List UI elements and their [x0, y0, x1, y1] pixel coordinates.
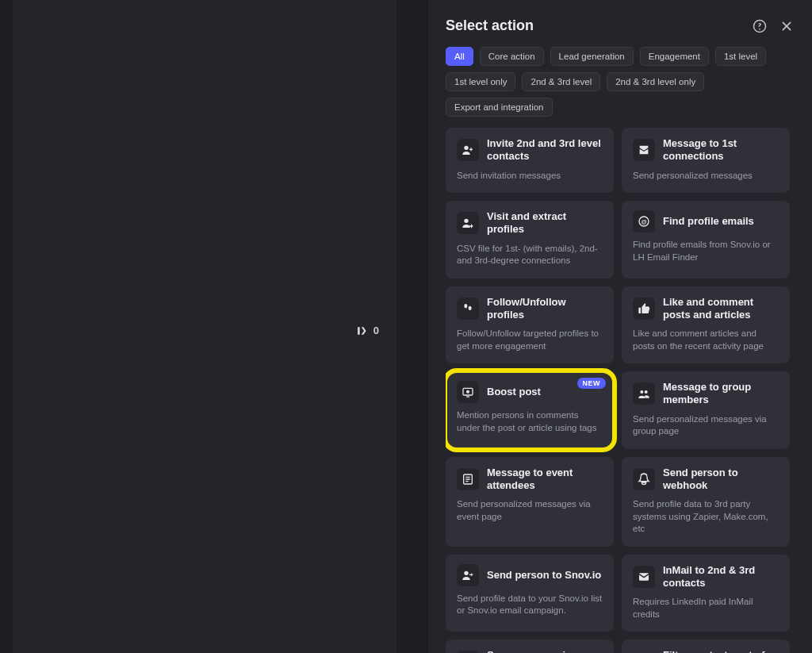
action-desc: Like and comment articles and posts on t… — [633, 328, 779, 352]
action-card[interactable]: @Find profile emailsFind profile emails … — [622, 201, 790, 278]
action-icon — [633, 566, 655, 588]
action-desc: Send profile data to your Snov.io list o… — [457, 593, 603, 617]
filter-chips: AllCore actionLead generationEngagement1… — [446, 47, 795, 117]
action-title: Boost post — [487, 386, 541, 398]
action-icon — [457, 298, 479, 320]
action-title: Invite 2nd and 3rd level contacts — [487, 137, 603, 163]
action-desc: Send personalized messages via event pag… — [457, 498, 603, 523]
action2-card[interactable]: Queue 0 Delay between actions ✔0 0 — [77, 305, 320, 407]
stat-skipped: 0 — [12, 0, 396, 653]
action-title: Follow/Unfollow profiles — [487, 296, 603, 322]
action-desc: Requires LinkedIn paid InMail credits — [633, 596, 779, 620]
filter-chip[interactable]: 2nd & 3rd level only — [607, 72, 704, 91]
action-title: Visit and extract profiles — [487, 210, 603, 236]
action-card[interactable]: Send person to webhookSend profile data … — [622, 457, 790, 547]
action-icon — [633, 468, 655, 490]
action-card[interactable]: Filter contacts out of my network (keep … — [622, 640, 790, 653]
svg-point-9 — [645, 390, 648, 394]
action-desc: Send personalized messages via group pag… — [633, 413, 779, 438]
close-icon[interactable] — [779, 18, 795, 34]
action-icon — [633, 382, 655, 405]
filter-chip[interactable]: Engagement — [640, 47, 709, 66]
action-card[interactable]: Invite 2nd and 3rd level contactsSend in… — [446, 128, 614, 193]
panel-title: Select action — [446, 17, 534, 34]
action-card[interactable]: Follow/Unfollow profilesFollow/Unfollow … — [446, 286, 614, 364]
action-card[interactable]: Message to event attendeesSend personali… — [446, 457, 614, 547]
action-title: Send person to Snov.io — [487, 569, 601, 582]
action-card[interactable]: NEWBoost postMention persons in comments… — [446, 371, 614, 449]
action-desc: Follow/Unfollow targeted profiles to get… — [457, 328, 603, 352]
action-card[interactable]: Message to 1st connectionsSend personali… — [622, 128, 790, 193]
actions-grid: Invite 2nd and 3rd level contactsSend in… — [446, 128, 790, 653]
action-title: Message to group members — [663, 381, 779, 407]
action-title: Scrape messaging history — [487, 649, 603, 653]
action-title: Like and comment posts and articles — [663, 296, 779, 322]
action-desc: Send invitation messages — [457, 170, 603, 182]
action-icon — [457, 564, 479, 586]
action-desc: CSV file for 1st- (with emails), 2nd- an… — [457, 243, 603, 267]
action-title: Filter contacts out of my network (keep … — [663, 649, 779, 653]
svg-point-2 — [464, 146, 468, 150]
action-icon — [457, 381, 479, 403]
action-card[interactable]: Visit and extract profilesCSV file for 1… — [446, 201, 614, 278]
action-desc: Mention persons in comments under the po… — [457, 409, 603, 434]
filter-chip[interactable]: Export and integration — [446, 98, 553, 117]
action-title: Send person to webhook — [663, 467, 779, 493]
action-icon: @ — [633, 210, 655, 232]
action-icon — [633, 139, 655, 161]
action-title: InMail to 2nd & 3rd contacts — [663, 564, 779, 590]
svg-point-3 — [464, 219, 468, 223]
action-icon — [457, 212, 479, 234]
filter-chip[interactable]: Core action — [480, 47, 544, 66]
help-icon[interactable] — [752, 18, 768, 34]
action-desc: Find profile emails from Snov.io or LH E… — [633, 239, 779, 263]
action-desc: Send profile data to 3rd party systems u… — [633, 498, 779, 536]
action-icon — [457, 139, 479, 161]
filter-chip[interactable]: 1st level — [715, 47, 766, 66]
action-card[interactable]: InMail to 2nd & 3rd contactsRequires Lin… — [622, 555, 790, 632]
action-desc: Send personalized messages — [633, 170, 779, 182]
filter-chip[interactable]: 1st level only — [446, 72, 515, 91]
filter-chip[interactable]: All — [446, 47, 473, 66]
skip-icon — [356, 325, 369, 336]
action-icon — [633, 298, 655, 320]
action-card[interactable]: Send person to Snov.ioSend profile data … — [446, 555, 614, 632]
action-card[interactable]: Like and comment posts and articlesLike … — [622, 286, 790, 364]
select-action-panel: Select action AllCore actionLead generat… — [427, 0, 812, 653]
svg-text:@: @ — [641, 218, 646, 225]
action-card[interactable]: Message to group membersSend personalize… — [622, 371, 790, 449]
svg-point-11 — [464, 570, 468, 574]
svg-point-8 — [640, 390, 643, 394]
action-title: Message to 1st connections — [663, 137, 779, 163]
new-badge: NEW — [577, 378, 607, 389]
action-title: Find profile emails — [663, 215, 754, 228]
action-card[interactable]: Scrape messaging historySaves messaging … — [446, 640, 614, 653]
action-title: Message to event attendees — [487, 467, 603, 493]
filter-chip[interactable]: Lead generation — [550, 47, 634, 66]
svg-point-7 — [466, 390, 469, 394]
action-icon — [457, 468, 479, 490]
filter-chip[interactable]: 2nd & 3rd level — [522, 72, 600, 91]
